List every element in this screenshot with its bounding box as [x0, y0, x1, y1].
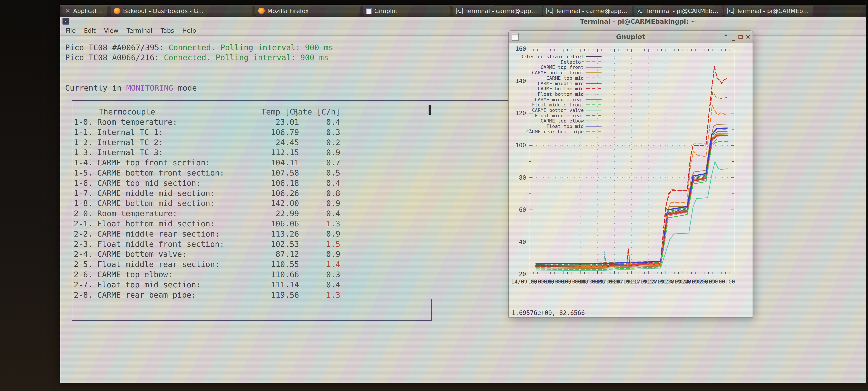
y-tick-label: 160: [516, 46, 526, 52]
y-tick-label: 60: [519, 206, 526, 213]
menu-item-terminal[interactable]: Terminal: [127, 27, 152, 34]
gnuplot-plot-canvas[interactable]: 2040608010012014016014/09 00:0015/09 00:…: [509, 31, 753, 318]
legend-label: CARME middle rear: [535, 97, 584, 102]
taskbar-button-mozilla-firefox[interactable]: Mozilla Firefox: [255, 6, 360, 16]
menu-item-tabs[interactable]: Tabs: [161, 27, 174, 34]
taskbar-button-terminal-pi-carmebaki[interactable]: >_Terminal - pi@CARMEbaki...: [633, 6, 723, 16]
table-row: 2-1. Float bottom mid section:106.061.3: [60, 219, 364, 229]
taskbar-button-terminal-pi-carmebaki[interactable]: >_Terminal - pi@CARMEbaki...: [724, 6, 813, 16]
legend-label: Float top mid: [547, 123, 584, 129]
table-row: 1-4. CARME top front section:104.110.7: [60, 158, 364, 168]
y-tick-label: 120: [516, 110, 526, 116]
menu-item-help[interactable]: Help: [182, 27, 196, 34]
table-row: 2-3. Float middle front section:102.531.…: [60, 240, 364, 250]
rate-value: 0.3: [60, 128, 340, 137]
legend-label: CARME bottom front: [532, 70, 584, 75]
photo-background: ✕ApplicationsBakeout - Dashboards - G...…: [0, 0, 868, 391]
rate-value: 1.4: [60, 260, 340, 269]
table-row: 2-7. Float top mid section:111.140.4: [60, 280, 364, 290]
table-row: 1-5. CARME bottom front section:107.580.…: [60, 168, 364, 178]
table-row: 2-5. Float middle rear section:110.551.4: [60, 260, 364, 270]
legend-label: CARME top elbow: [540, 118, 584, 123]
terminal-icon: >_: [547, 8, 553, 14]
table-box-top: [72, 100, 509, 101]
taskbar-button-label: Mozilla Firefox: [267, 8, 309, 14]
y-tick-label: 140: [516, 78, 526, 84]
table-row: 2-4. CARME bottom valve:87.120.9: [60, 250, 364, 259]
firefox-icon: [258, 8, 265, 14]
taskbar-button-terminal-carme-appc21[interactable]: >_Terminal - carme@appc21...: [543, 6, 632, 16]
rate-value: 0.7: [60, 158, 340, 167]
table-box-right: [431, 299, 432, 321]
rate-value: 0.9: [60, 229, 340, 238]
gnuplot-titlebar[interactable]: Gnuplot ^ _ ✕: [509, 31, 752, 43]
x-tick-label: 25/09 00:00: [699, 278, 735, 285]
series-line-float-middle-front: [536, 141, 727, 270]
screen-edge-highlight: [60, 5, 494, 5]
terminal-window-title: Terminal - pi@CARMEbakingpi: ~: [580, 18, 696, 25]
legend-label: Float bottom mid: [538, 91, 584, 97]
rate-value: 0.9: [60, 148, 340, 157]
rate-value: 1.3: [60, 219, 340, 228]
rate-value: 1.5: [60, 240, 340, 249]
taskbar-button-applications[interactable]: ✕Applications: [62, 6, 107, 16]
taskbar-button-label: Bakeout - Dashboards - G...: [123, 8, 204, 14]
gnuplot-window: 2040608010012014016014/09 00:0015/09 00:…: [508, 30, 753, 317]
table-row: 2-6. CARME top elbow:110.660.3: [60, 270, 364, 280]
maximize-icon: [739, 35, 743, 39]
table-header: Thermocouple Temp [C] Rate [C/h]: [60, 107, 364, 117]
taskbar: ✕ApplicationsBakeout - Dashboards - G...…: [60, 5, 866, 17]
terminal-icon: >_: [637, 8, 643, 14]
desktop-screen: ✕ApplicationsBakeout - Dashboards - G...…: [60, 5, 866, 383]
taskbar-button-label: Applications: [73, 8, 104, 14]
terminal-icon: >_: [62, 18, 69, 25]
menu-item-file[interactable]: File: [65, 27, 76, 34]
taskbar-button-label: Terminal - pi@CARMEbaki...: [646, 8, 720, 14]
legend-label: Detector strain relief: [521, 54, 584, 59]
series-line-carme-top-mid: [536, 135, 727, 265]
rate-value: 0.2: [60, 138, 340, 147]
menu-item-view[interactable]: View: [104, 27, 118, 34]
table-row: 1-8. CARME bottom mid section:142.000.9: [60, 199, 364, 209]
taskbar-button-label: Terminal - carme@appc21...: [556, 8, 629, 14]
series-line-carme-bottom-front: [536, 134, 727, 266]
maximize-button[interactable]: [737, 33, 744, 41]
rate-value: 1.3: [60, 290, 340, 299]
close-button[interactable]: ✕: [744, 33, 752, 41]
table-row: 2-0. Room temperature:22.990.4: [60, 209, 364, 219]
y-tick-label: 20: [519, 271, 526, 277]
apps-icon: ✕: [65, 8, 70, 14]
taskbar-button-label: Gnuplot: [374, 8, 398, 14]
table-row: 1-0. Room temperature:23.010.4: [60, 117, 364, 128]
taskbar-button-terminal-carme-appc21[interactable]: >_Terminal - carme@appc21...: [453, 6, 542, 16]
minimize-button[interactable]: _: [730, 33, 737, 41]
rate-value: 0.9: [60, 199, 340, 208]
series-line-float-top-mid: [536, 128, 727, 264]
series-line-carme-top-front: [536, 139, 727, 268]
table-row: 1-1. Internal TC 1:106.790.3: [60, 128, 364, 138]
rate-value: 0.5: [60, 168, 340, 177]
terminal-output-line: Pico TC08 A0066/216: Connected. Polling …: [65, 53, 329, 62]
table-box-bottom: [72, 320, 432, 321]
table-row: 1-3. Internal TC 3:112.150.9: [60, 148, 364, 158]
legend-label: CARME top front: [540, 64, 584, 70]
rate-value: 0.4: [60, 280, 340, 289]
text-cursor: [429, 105, 431, 115]
gnuplot-window-title: Gnuplot: [616, 33, 645, 40]
table-row: 1-7. CARME middle mid section:106.260.8: [60, 189, 364, 199]
legend-label: CARME top mid: [547, 75, 584, 81]
series-line-carme-bottom-valve: [536, 162, 727, 271]
rate-value: 0.4: [60, 178, 340, 188]
taskbar-button-gnuplot[interactable]: Gnuplot: [363, 6, 450, 16]
menu-item-edit[interactable]: Edit: [84, 27, 96, 34]
gnuplot-window-icon: [512, 33, 519, 41]
rate-value: 0.3: [60, 270, 340, 279]
terminal-output-line: Pico TC08 #A0067/395: Connected. Polling…: [65, 43, 333, 52]
rate-value: 0.4: [60, 117, 340, 127]
legend-label: CARME rear beam pipe: [526, 129, 584, 135]
table-row: 1-2. Internal TC 2:24.450.2: [60, 138, 364, 148]
terminal-titlebar[interactable]: >_ Terminal - pi@CARMEbakingpi: ~: [60, 17, 866, 26]
shade-button[interactable]: ^: [722, 33, 730, 41]
taskbar-button-bakeout-dashboards-g[interactable]: Bakeout - Dashboards - G...: [111, 6, 252, 16]
rate-value: 0.8: [60, 189, 340, 198]
